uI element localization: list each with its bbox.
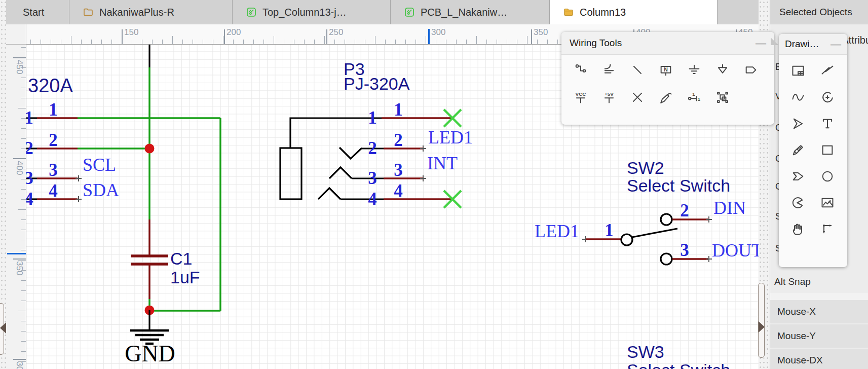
gnd-symbol[interactable] [130, 310, 169, 344]
no-connect-icon [630, 90, 645, 104]
alt-snap-label[interactable]: Alt Snap [774, 276, 811, 287]
pin-name[interactable]: 2 [368, 138, 377, 158]
arrow-icon [791, 117, 805, 131]
voltage-probe-tool-button[interactable] [654, 85, 678, 109]
sw2-value[interactable]: Select Switch [627, 176, 730, 195]
net-label-led1[interactable]: LED1 [428, 127, 473, 147]
drawing-tools-title: Drawi… [785, 39, 819, 50]
net-label-din[interactable]: DIN [713, 198, 746, 218]
polygon-icon [791, 169, 805, 183]
h-ruler-label: 150 [124, 27, 138, 38]
c1-ref[interactable]: C1 [170, 249, 192, 268]
text-icon [820, 117, 835, 131]
pin-name[interactable]: 1 [368, 108, 377, 128]
pie-tool-button[interactable] [786, 191, 810, 215]
measure-tool-button[interactable] [815, 217, 840, 241]
p3-jack-component[interactable] [280, 118, 452, 199]
pin-number[interactable]: 4 [394, 181, 403, 201]
mouse-x-row: Mouse-X [770, 300, 868, 323]
net-label-int[interactable]: INT [427, 153, 458, 173]
left-jack-value[interactable]: 320A [28, 75, 73, 96]
pencil-icon [791, 143, 805, 157]
sheet-frame-tool-button[interactable] [786, 59, 810, 83]
unconnected-pin-marker [706, 216, 712, 223]
svg-text:N: N [664, 66, 668, 72]
svg-text:VCC: VCC [576, 91, 586, 97]
wire-junction[interactable] [145, 144, 155, 154]
image-tool-button[interactable] [815, 191, 840, 215]
collapse-right-arrow-icon[interactable] [759, 321, 765, 333]
sw3-value[interactable]: Select Switch [627, 360, 730, 369]
pin-name[interactable]: 1 [26, 108, 33, 128]
pin-name[interactable]: 4 [368, 189, 377, 209]
arrow-tool-button[interactable] [786, 112, 810, 136]
right-collapse-handle[interactable] [758, 283, 765, 358]
bezier-tool-button[interactable] [786, 85, 810, 109]
wiring-tools-titlebar[interactable]: Wiring Tools — [561, 32, 774, 55]
tab-nakaniwaplus-r[interactable]: NakaniwaPlus-R [69, 0, 233, 24]
capacitor-c1[interactable] [131, 219, 168, 299]
sw2-component[interactable] [582, 214, 712, 265]
pin-number[interactable]: 3 [680, 240, 689, 260]
p3-value[interactable]: PJ-320A [344, 74, 410, 93]
net-label-led1[interactable]: LED1 [535, 221, 579, 241]
mouse-dx-row: Mouse-DX [770, 349, 868, 369]
minimize-button[interactable]: — [831, 39, 841, 49]
drawing-tools-titlebar[interactable]: Drawi… — [779, 34, 847, 55]
minimize-button[interactable]: — [756, 38, 766, 48]
wire-tool-button[interactable] [569, 58, 593, 82]
ellipse-tool-button[interactable] [815, 164, 840, 189]
pin-name[interactable]: 3 [26, 168, 33, 188]
bezier-icon [791, 90, 805, 104]
gnd-label[interactable]: GND [125, 341, 175, 366]
pin-number[interactable]: 3 [394, 160, 403, 180]
ruler-cursor-y [7, 253, 26, 254]
folder-filled-icon [563, 7, 574, 18]
net-label-dout[interactable]: DOUT [712, 240, 759, 261]
net-label-sda[interactable]: SDA [83, 180, 119, 200]
ellipse-icon [820, 169, 835, 183]
pin-name[interactable]: 2 [26, 138, 33, 158]
c1-value[interactable]: 1uF [170, 268, 200, 287]
no-connect-tool-button[interactable] [625, 85, 650, 109]
pin-number[interactable]: 2 [49, 130, 58, 150]
pin-number[interactable]: 1 [394, 100, 403, 120]
wiring-tools-palette: Wiring Tools — N [561, 32, 774, 125]
ground-tool-button[interactable] [682, 58, 706, 82]
polyline-tool-button[interactable] [815, 59, 840, 83]
sw2-ref[interactable]: SW2 [627, 158, 664, 177]
pin-number[interactable]: 1 [49, 100, 58, 120]
net-port-tool-button[interactable] [739, 58, 763, 82]
pin-name[interactable]: 4 [26, 189, 33, 209]
ground-flag-tool-button[interactable] [710, 58, 735, 82]
polygon-tool-button[interactable] [786, 164, 810, 189]
bus-entry-tool-button[interactable] [625, 58, 650, 82]
selected-objects-header: Selected Objects [770, 0, 868, 24]
rectangle-tool-button[interactable] [815, 138, 840, 162]
tab-pcb-l-nakaniwa[interactable]: PCB_L_Nakaniw… [391, 0, 550, 24]
pencil-tool-button[interactable] [786, 138, 810, 162]
sw3-ref[interactable]: SW3 [627, 342, 664, 361]
group-select-tool-button[interactable] [710, 85, 735, 109]
pin-number[interactable]: 1 [605, 220, 614, 240]
pin-number[interactable]: 2 [394, 130, 403, 150]
plus5v-flag-tool-button[interactable]: +5V [597, 85, 621, 109]
pin-name[interactable]: 3 [368, 168, 377, 188]
tab-top-column13[interactable]: Top_Column13-j… [233, 0, 391, 24]
net-label-scl[interactable]: SCL [83, 155, 116, 175]
wiring-tools-title: Wiring Tools [570, 38, 622, 49]
net-label-tool-button[interactable]: N [654, 58, 678, 82]
polyline-icon [820, 64, 835, 78]
text-tool-button[interactable] [815, 112, 840, 136]
pin-number[interactable]: 4 [49, 181, 58, 201]
pin-number[interactable]: 3 [49, 160, 58, 180]
drag-tool-button[interactable] [786, 217, 810, 241]
pin-number[interactable]: 2 [680, 201, 689, 220]
pin-tool-button[interactable]: 1 1 [682, 85, 706, 109]
collapse-left-arrow-icon[interactable] [0, 322, 6, 334]
arc-tool-button[interactable] [815, 85, 840, 109]
vcc-flag-tool-button[interactable]: VCC [569, 85, 593, 109]
tab-column13-active[interactable]: Column13 [550, 0, 718, 24]
tab-start[interactable]: Start [6, 0, 69, 24]
bus-tool-button[interactable] [597, 58, 621, 82]
